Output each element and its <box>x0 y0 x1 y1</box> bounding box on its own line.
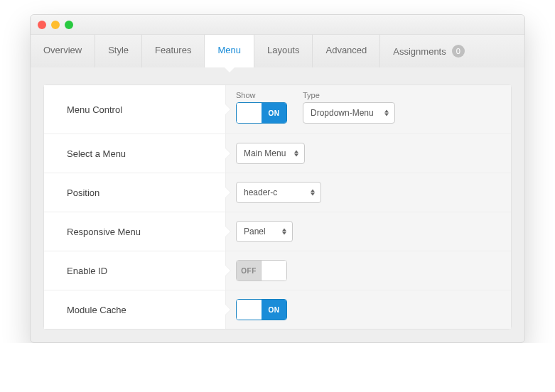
toggle-module-cache-state: ON <box>262 300 286 320</box>
tab-features[interactable]: Features <box>142 35 205 67</box>
tab-assignments-label: Assignments <box>393 46 446 57</box>
toggle-show-state: ON <box>262 103 286 123</box>
tab-assignments[interactable]: Assignments 0 <box>380 35 477 67</box>
caption-show: Show <box>236 91 287 99</box>
select-menu-value: Main Menu <box>244 148 286 158</box>
row-menu-control: Menu Control Show ON Type Dropdown-Menu <box>44 85 511 134</box>
tab-menu[interactable]: Menu <box>205 35 254 67</box>
row-position: Position header-c <box>44 173 511 212</box>
row-responsive-menu: Responsive Menu Panel <box>44 212 511 251</box>
toggle-show[interactable]: ON <box>236 102 287 124</box>
tab-layouts[interactable]: Layouts <box>254 35 313 67</box>
select-menu[interactable]: Main Menu <box>236 143 305 164</box>
toggle-enable-id-state: OFF <box>237 261 262 281</box>
settings-rows: Menu Control Show ON Type Dropdown-Menu <box>43 85 512 330</box>
toggle-enable-id[interactable]: OFF <box>236 260 287 281</box>
titlebar <box>31 15 524 35</box>
select-responsive-menu[interactable]: Panel <box>236 221 293 242</box>
row-select-menu: Select a Menu Main Menu <box>44 134 511 173</box>
caption-type: Type <box>303 91 395 99</box>
toggle-module-cache[interactable]: ON <box>236 299 287 320</box>
tab-advanced[interactable]: Advanced <box>313 35 380 67</box>
field-type: Type Dropdown-Menu <box>303 91 395 124</box>
select-type-value: Dropdown-Menu <box>311 108 374 118</box>
close-icon[interactable] <box>38 21 46 29</box>
zoom-icon[interactable] <box>65 21 73 29</box>
chevron-updown-icon <box>384 110 389 116</box>
label-responsive-menu: Responsive Menu <box>44 212 225 251</box>
panel: Menu Control Show ON Type Dropdown-Menu <box>31 67 524 342</box>
tab-overview[interactable]: Overview <box>31 35 95 67</box>
select-position[interactable]: header-c <box>236 182 321 203</box>
chevron-updown-icon <box>282 229 286 235</box>
tab-style[interactable]: Style <box>95 35 142 67</box>
label-menu-control: Menu Control <box>44 85 225 134</box>
label-position: Position <box>44 173 225 212</box>
assignments-badge: 0 <box>452 45 465 58</box>
label-module-cache: Module Cache <box>44 290 225 329</box>
select-responsive-menu-value: Panel <box>244 227 266 236</box>
settings-window: Overview Style Features Menu Layouts Adv… <box>30 14 525 343</box>
minimize-icon[interactable] <box>51 21 60 29</box>
label-enable-id: Enable ID <box>44 251 225 290</box>
field-show: Show ON <box>236 91 287 124</box>
row-enable-id: Enable ID OFF <box>44 251 511 290</box>
select-position-value: header-c <box>244 187 277 197</box>
chevron-updown-icon <box>294 151 298 157</box>
label-select-menu: Select a Menu <box>44 134 225 173</box>
chevron-updown-icon <box>311 190 315 196</box>
select-type[interactable]: Dropdown-Menu <box>303 102 395 124</box>
tab-bar: Overview Style Features Menu Layouts Adv… <box>31 35 524 67</box>
row-module-cache: Module Cache ON <box>44 290 511 329</box>
